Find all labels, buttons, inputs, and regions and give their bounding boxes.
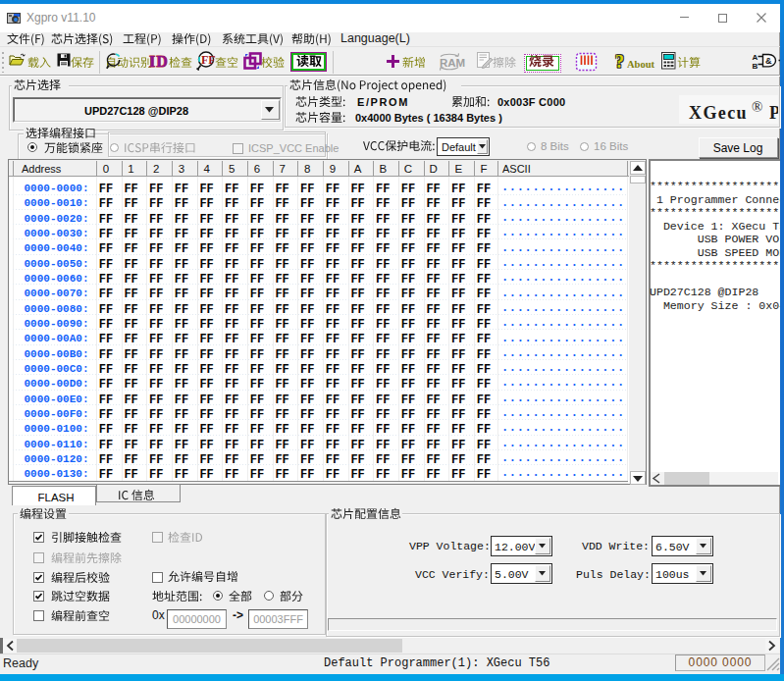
svg-text:ID: ID [149, 53, 169, 70]
svg-text:&: & [765, 56, 772, 66]
svg-text:B: B [753, 62, 758, 71]
svg-text:FF: FF [201, 53, 216, 67]
svg-text:A: A [753, 53, 758, 62]
